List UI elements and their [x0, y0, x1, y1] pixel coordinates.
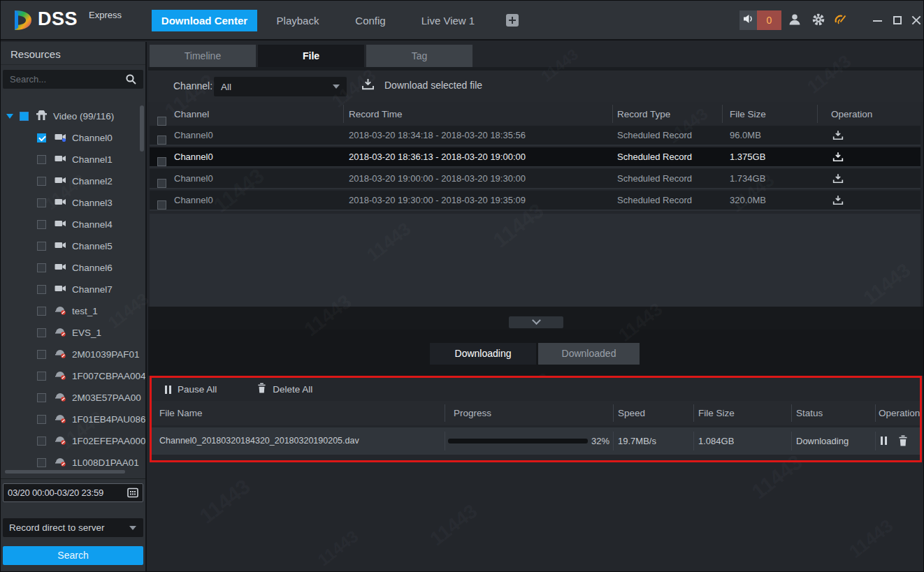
- chevron-down-icon: [129, 526, 136, 530]
- record-source-select[interactable]: Record direct to server: [3, 518, 143, 537]
- tree-item-device[interactable]: 2M03E57PAA00: [1, 387, 145, 409]
- dome-camera-offline-icon: [55, 305, 66, 318]
- channel-select[interactable]: All: [214, 77, 347, 96]
- resources-header: Resources: [1, 42, 145, 65]
- tree-item-test-1[interactable]: test_1: [1, 300, 145, 322]
- device-checkbox[interactable]: [37, 372, 46, 381]
- col-speed: Speed: [618, 408, 645, 418]
- channel6-checkbox[interactable]: [37, 263, 46, 272]
- maximize-button[interactable]: [891, 13, 905, 27]
- user-button[interactable]: [788, 13, 802, 29]
- channel0-checkbox[interactable]: [37, 133, 46, 142]
- add-tab-button[interactable]: [506, 14, 519, 27]
- pause-download-button[interactable]: [881, 437, 887, 445]
- nav-tab-download-center[interactable]: Download Center: [152, 10, 257, 31]
- minimize-button[interactable]: [871, 13, 885, 27]
- close-button[interactable]: [909, 13, 923, 27]
- tab-timeline[interactable]: Timeline: [150, 45, 256, 67]
- tree-item-video-root[interactable]: Video (99/116): [1, 105, 145, 127]
- tree-item-device[interactable]: 1F01EB4PAU086: [1, 409, 145, 430]
- tab-file[interactable]: File: [258, 45, 364, 67]
- collapse-strip: [148, 307, 924, 330]
- tree-item-channel4[interactable]: Channel4: [1, 214, 145, 235]
- brand-name: DSS: [38, 8, 78, 30]
- search-placeholder: Search...: [10, 74, 46, 85]
- tab-tag[interactable]: Tag: [366, 45, 472, 67]
- tree-item-device[interactable]: 1F02EFEPAA000: [1, 430, 145, 452]
- select-all-checkbox[interactable]: [157, 117, 166, 126]
- tree-item-partial[interactable]: [1, 474, 145, 476]
- date-range-input[interactable]: 03/20 00:00-03/20 23:59: [3, 483, 143, 502]
- tree-horizontal-scrollbar[interactable]: [5, 470, 125, 474]
- device-checkbox[interactable]: [37, 415, 46, 424]
- delete-download-button[interactable]: [898, 435, 908, 448]
- tree-item-label: Channel6: [72, 263, 113, 273]
- col-status: Status: [796, 408, 823, 418]
- channel1-checkbox[interactable]: [37, 155, 46, 164]
- tree-item-channel1[interactable]: Channel1: [1, 149, 145, 170]
- alarm-sound-button[interactable]: [739, 10, 757, 30]
- tab-downloading[interactable]: Downloading: [430, 343, 536, 365]
- tree-item-label: Video (99/116): [53, 111, 114, 122]
- network-monitor-button[interactable]: [834, 13, 848, 28]
- file-row-3[interactable]: Channel0 2018-03-20 19:00:00 - 2018-03-2…: [150, 169, 921, 189]
- download-row[interactable]: Channel0_20180320184320_20180320190205.d…: [152, 427, 920, 455]
- row-checkbox[interactable]: [157, 179, 166, 188]
- collapse-panel-button[interactable]: [509, 316, 563, 328]
- device-checkbox[interactable]: [37, 393, 46, 402]
- nav-tab-playback[interactable]: Playback: [270, 10, 326, 31]
- row-checkbox[interactable]: [157, 135, 166, 145]
- tree-item-channel6[interactable]: Channel6: [1, 257, 145, 279]
- row-download-button[interactable]: [832, 195, 844, 207]
- channel2-checkbox[interactable]: [37, 177, 46, 186]
- row-download-button[interactable]: [832, 173, 844, 186]
- chevron-down-icon: [532, 316, 541, 325]
- row-download-button[interactable]: [832, 130, 844, 142]
- col-record-time: Record Time: [349, 109, 403, 119]
- col-dl-operation: Operation: [879, 408, 920, 418]
- file-row-2-selected[interactable]: Channel0 2018-03-20 18:36:13 - 2018-03-2…: [150, 147, 921, 168]
- cell-channel: Channel0: [174, 195, 213, 205]
- pause-all-button[interactable]: Pause All: [165, 384, 217, 395]
- file-row-1[interactable]: Channel0 2018-03-20 18:34:18 - 2018-03-2…: [150, 126, 921, 146]
- download-selected-button[interactable]: Download selected file: [361, 78, 482, 92]
- camera-online-icon: [55, 132, 66, 145]
- channel5-checkbox[interactable]: [37, 242, 46, 251]
- tree-item-channel2[interactable]: Channel2: [1, 170, 145, 192]
- row-download-button[interactable]: [832, 152, 844, 164]
- nav-tab-config[interactable]: Config: [349, 10, 391, 31]
- channel4-checkbox[interactable]: [37, 220, 46, 229]
- device-checkbox[interactable]: [37, 307, 46, 316]
- tree-item-device[interactable]: 2M01039PAF01: [1, 344, 145, 365]
- channel3-checkbox[interactable]: [37, 198, 46, 207]
- alarm-count-badge[interactable]: 0: [757, 10, 781, 30]
- channel7-checkbox[interactable]: [37, 285, 46, 294]
- device-checkbox[interactable]: [37, 328, 46, 337]
- device-checkbox[interactable]: [37, 437, 46, 446]
- file-row-4[interactable]: Channel0 2018-03-20 19:30:00 - 2018-03-2…: [150, 191, 921, 211]
- row-checkbox[interactable]: [157, 200, 166, 210]
- tree-item-channel3[interactable]: Channel3: [1, 192, 145, 214]
- tree-vertical-scrollbar[interactable]: [140, 105, 144, 152]
- tree-item-channel7[interactable]: Channel7: [1, 279, 145, 300]
- tree-item-evs-1[interactable]: EVS_1: [1, 322, 145, 344]
- tree-item-device[interactable]: 1F007CBPAA004: [1, 365, 145, 387]
- video-root-checkbox[interactable]: [20, 112, 29, 121]
- tree-item-channel0[interactable]: Channel0: [1, 127, 145, 149]
- channel-select-value: All: [221, 82, 231, 92]
- calendar-icon[interactable]: [127, 487, 138, 501]
- brand-suffix: Express: [89, 10, 122, 20]
- delete-all-button[interactable]: Delete All: [257, 383, 312, 396]
- file-toolbar: Channel: All Download selected file: [148, 71, 924, 102]
- device-checkbox[interactable]: [37, 350, 46, 359]
- expand-arrow-icon[interactable]: [6, 114, 13, 119]
- row-checkbox[interactable]: [157, 157, 166, 166]
- tree-item-label: 1F007CBPAA004: [72, 371, 145, 381]
- tab-downloaded[interactable]: Downloaded: [538, 343, 640, 365]
- resource-search-input[interactable]: Search...: [3, 70, 143, 89]
- nav-tab-live-view-1[interactable]: Live View 1: [417, 10, 479, 31]
- search-button[interactable]: Search: [3, 546, 143, 565]
- device-checkbox[interactable]: [37, 458, 46, 467]
- settings-button[interactable]: [811, 13, 825, 29]
- tree-item-channel5[interactable]: Channel5: [1, 235, 145, 257]
